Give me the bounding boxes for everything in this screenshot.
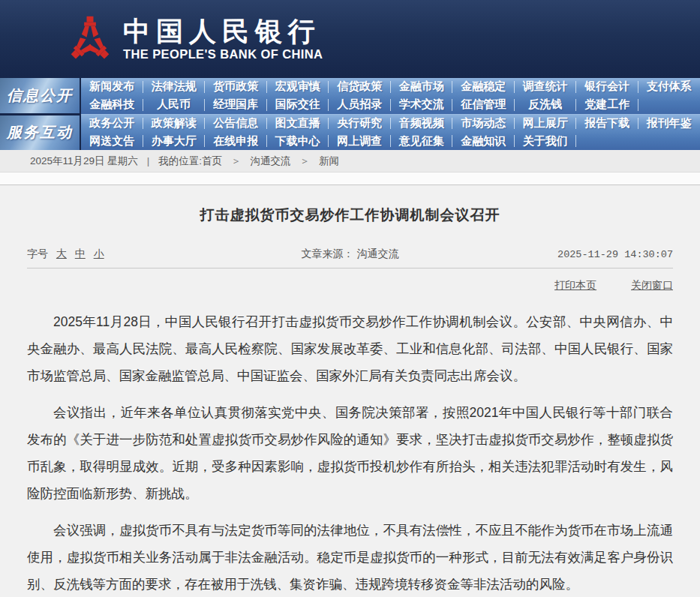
nav-item[interactable]: 政策解读 xyxy=(143,115,206,133)
nav-item[interactable]: 宏观审慎 xyxy=(267,78,329,96)
nav-item[interactable]: 反洗钱 xyxy=(515,96,577,114)
nav-row: 新闻发布法律法规货币政策宏观审慎信贷政策金融市场金融稳定调查统计银行会计支付体系 xyxy=(81,78,700,96)
nav-item[interactable]: 网上展厅 xyxy=(515,115,577,133)
site-title-en: THE PEOPLE'S BANK OF CHINA xyxy=(123,47,323,62)
nav-item[interactable]: 网上调查 xyxy=(329,132,391,150)
nav-item[interactable]: 货币政策 xyxy=(205,78,267,96)
nav-item[interactable]: 网送文告 xyxy=(81,132,143,150)
nav-item[interactable]: 银行会计 xyxy=(576,78,638,96)
nav-item[interactable]: 人民币 xyxy=(143,96,206,114)
pboc-website: 中国人民银行 THE PEOPLE'S BANK OF CHINA 信息公开 服… xyxy=(0,0,700,597)
article-body: 2025年11月28日，中国人民银行召开打击虚拟货币交易炒作工作协调机制会议。公… xyxy=(27,308,673,597)
page-action-links: 打印本页 关闭窗口 xyxy=(27,279,673,292)
nav-item[interactable]: 调查统计 xyxy=(515,78,577,96)
nav-item[interactable]: 金融科技 xyxy=(81,96,143,114)
nav-item[interactable]: 学术交流 xyxy=(391,96,453,114)
nav-section-buttons: 信息公开 服务互动 xyxy=(0,78,80,150)
font-size-large[interactable]: 大 xyxy=(56,248,67,260)
pboc-logo-icon xyxy=(69,14,111,64)
brand[interactable]: 中国人民银行 THE PEOPLE'S BANK OF CHINA xyxy=(69,14,323,64)
nav-item[interactable]: 信贷政策 xyxy=(329,78,391,96)
article-datetime: 2025-11-29 14:30:07 xyxy=(471,249,673,260)
nav-item[interactable]: 意见征集 xyxy=(391,132,453,150)
nav-item[interactable]: 公告信息 xyxy=(205,115,267,133)
nav-item[interactable]: 金融市场 xyxy=(391,78,453,96)
nav-item[interactable]: 金融稳定 xyxy=(452,78,515,96)
nav-row: 政务公开政策解读公告信息图文直播央行研究音频视频市场动态网上展厅报告下载报刊年鉴 xyxy=(81,115,700,133)
nav-item[interactable]: 征信管理 xyxy=(452,96,515,114)
nav-item[interactable]: 人员招录 xyxy=(329,96,391,114)
breadcrumb-arrow-icon: ＞ xyxy=(231,154,242,168)
site-header: 中国人民银行 THE PEOPLE'S BANK OF CHINA xyxy=(0,0,700,78)
nav-block-service: 政务公开政策解读公告信息图文直播央行研究音频视频市场动态网上展厅报告下载报刊年鉴… xyxy=(81,114,700,151)
breadcrumb-arrow-icon: ＞ xyxy=(300,154,311,168)
nav-item[interactable]: 支付体系 xyxy=(638,78,700,96)
article-source: 文章来源： 沟通交流 xyxy=(229,248,471,261)
nav-block-info: 新闻发布法律法规货币政策宏观审慎信贷政策金融市场金融稳定调查统计银行会计支付体系… xyxy=(81,78,700,114)
site-title-cn: 中国人民银行 xyxy=(123,16,323,46)
font-size-small[interactable]: 小 xyxy=(94,248,104,260)
nav-item[interactable]: 下载中心 xyxy=(267,132,329,150)
nav-item[interactable]: 报告下载 xyxy=(576,115,638,133)
nav-row: 金融科技人民币经理国库国际交往人员招录学术交流征信管理反洗钱党建工作 xyxy=(81,96,700,114)
page-title: 打击虚拟货币交易炒作工作协调机制会议召开 xyxy=(27,206,673,225)
font-size-medium[interactable]: 中 xyxy=(75,248,86,260)
breadcrumb-location-home[interactable]: 我的位置:首页 xyxy=(158,154,222,168)
nav-row: 网送文告办事大厅在线申报下载中心网上调查意见征集金融知识关于我们 xyxy=(81,132,700,150)
nav-section-services[interactable]: 服务互动 xyxy=(0,116,80,151)
nav-item[interactable]: 政务公开 xyxy=(81,115,143,133)
main-nav: 信息公开 服务互动 新闻发布法律法规货币政策宏观审慎信贷政策金融市场金融稳定调查… xyxy=(0,78,700,150)
nav-item[interactable]: 关于我们 xyxy=(515,132,577,150)
article-paragraph: 会议强调，虚拟货币不具有与法定货币等同的法律地位，不具有法偿性，不应且不能作为货… xyxy=(27,517,673,597)
breadcrumb-divider: | xyxy=(147,155,150,166)
nav-item[interactable]: 音频视频 xyxy=(391,115,453,133)
nav-item[interactable]: 金融知识 xyxy=(452,132,515,150)
breadcrumb-item-news[interactable]: 新闻 xyxy=(319,154,339,168)
nav-item[interactable]: 国际交往 xyxy=(267,96,329,114)
nav-section-info-disclosure[interactable]: 信息公开 xyxy=(0,78,80,113)
nav-item[interactable]: 办事大厅 xyxy=(143,132,206,150)
content-top-gap xyxy=(0,172,700,185)
print-page-link[interactable]: 打印本页 xyxy=(554,279,596,291)
breadcrumb-item-communication[interactable]: 沟通交流 xyxy=(251,154,291,168)
nav-item[interactable]: 市场动态 xyxy=(452,115,515,133)
nav-item-empty xyxy=(576,132,638,150)
nav-item[interactable]: 法律法规 xyxy=(143,78,206,96)
font-size-label: 字号 xyxy=(27,248,48,260)
nav-item[interactable]: 图文直播 xyxy=(267,115,329,133)
meta-divider xyxy=(27,268,673,268)
breadcrumb: 2025年11月29日 星期六 | 我的位置:首页 ＞ 沟通交流 ＞ 新闻 xyxy=(0,150,700,172)
nav-item-empty xyxy=(638,96,700,114)
nav-menu: 新闻发布法律法规货币政策宏观审慎信贷政策金融市场金融稳定调查统计银行会计支付体系… xyxy=(81,78,700,150)
nav-item[interactable]: 经理国库 xyxy=(205,96,267,114)
article: 打击虚拟货币交易炒作工作协调机制会议召开 字号 大 中 小 文章来源： 沟通交流… xyxy=(0,185,700,597)
nav-item-empty xyxy=(638,132,700,150)
article-meta: 字号 大 中 小 文章来源： 沟通交流 2025-11-29 14:30:07 xyxy=(27,248,673,261)
nav-item[interactable]: 央行研究 xyxy=(329,115,391,133)
nav-item[interactable]: 在线申报 xyxy=(205,132,267,150)
nav-item[interactable]: 新闻发布 xyxy=(81,78,143,96)
font-size-controls: 字号 大 中 小 xyxy=(27,248,229,261)
nav-item[interactable]: 党建工作 xyxy=(576,96,638,114)
article-paragraph: 2025年11月28日，中国人民银行召开打击虚拟货币交易炒作工作协调机制会议。公… xyxy=(27,308,673,389)
close-window-link[interactable]: 关闭窗口 xyxy=(631,279,673,291)
article-paragraph: 会议指出，近年来各单位认真贯彻落实党中央、国务院决策部署，按照2021年中国人民… xyxy=(27,399,673,507)
breadcrumb-date: 2025年11月29日 星期六 xyxy=(30,154,138,168)
nav-item[interactable]: 报刊年鉴 xyxy=(638,115,700,133)
